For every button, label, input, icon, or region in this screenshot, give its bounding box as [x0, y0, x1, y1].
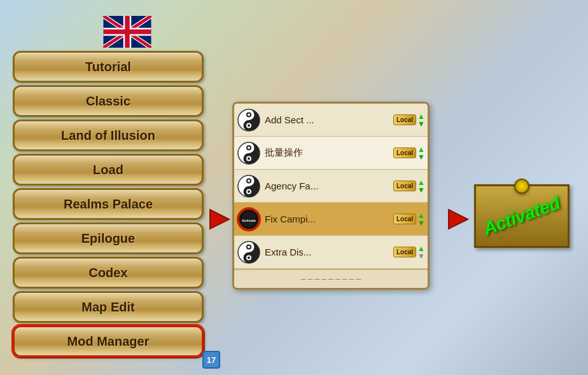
- mod-name-add-sect: Add Sect ...: [265, 114, 393, 125]
- left-arrow: [207, 203, 239, 235]
- menu-item-mod-manager[interactable]: Mod Manager: [13, 325, 204, 357]
- mod-panel-footer: ─ ─ ─ ─ ─ ─ ─ ─ ─: [234, 269, 428, 288]
- menu-item-classic[interactable]: Classic: [13, 85, 204, 117]
- svg-marker-1: [210, 210, 229, 229]
- mod-item-agency-fa[interactable]: Agency Fa... Local ▲ ▼: [234, 170, 428, 203]
- mod-item-bulk-ops[interactable]: 批量操作 Local ▲ ▼: [234, 137, 428, 170]
- mod-name-extra-dis: Extra Dis...: [265, 247, 393, 257]
- svg-point-23: [248, 245, 250, 248]
- mod-item-add-sect[interactable]: Add Sect ... Local ▲ ▼: [234, 104, 428, 137]
- menu-item-load[interactable]: Load: [13, 154, 204, 186]
- mod-name-bulk-ops: 批量操作: [265, 147, 393, 159]
- mod-meta-fix-campi: Local ▲ ▼: [393, 212, 425, 227]
- mod-name-fix-campi: Fix Campi...: [265, 214, 393, 224]
- sort-arrows-1[interactable]: ▲ ▼: [417, 112, 425, 128]
- yinyang-icon-2: [237, 141, 261, 165]
- activated-panel: Activated: [474, 184, 570, 248]
- mod-meta-agency-fa: Local ▲ ▼: [393, 179, 425, 194]
- mod-item-extra-dis[interactable]: Extra Dis... Local ▲ ▼: [234, 236, 428, 269]
- mod-meta-bulk-ops: Local ▲ ▼: [393, 146, 425, 161]
- svg-text:Activate: Activate: [242, 218, 256, 222]
- mod-panel: Add Sect ... Local ▲ ▼: [232, 102, 430, 290]
- menu-item-tutorial[interactable]: Tutorial: [13, 51, 204, 83]
- menu-item-codex[interactable]: Codex: [13, 257, 204, 289]
- svg-marker-25: [449, 210, 468, 229]
- sort-arrows-2[interactable]: ▲ ▼: [417, 146, 425, 161]
- right-arrow: [445, 203, 477, 235]
- activate-icon[interactable]: Activate: [237, 207, 261, 231]
- mod-item-fix-campi[interactable]: Activate Fix Campi... Local ▲ ▼: [234, 203, 428, 236]
- yinyang-icon-3: [237, 174, 261, 198]
- local-badge-5: Local: [393, 247, 416, 257]
- svg-point-11: [248, 157, 250, 160]
- menu-item-map-edit[interactable]: Map Edit: [13, 291, 204, 323]
- sort-arrows-4[interactable]: ▲ ▼: [417, 212, 425, 227]
- footer-text: ─ ─ ─ ─ ─ ─ ─ ─ ─: [301, 275, 361, 283]
- mod-meta-extra-dis: Local ▲ ▼: [393, 245, 425, 260]
- local-badge-1: Local: [393, 114, 416, 125]
- svg-point-15: [248, 179, 250, 182]
- yinyang-icon-1: [237, 108, 261, 132]
- mod-name-agency-fa: Agency Fa...: [265, 181, 393, 191]
- svg-point-5: [248, 113, 250, 116]
- svg-point-16: [248, 190, 250, 193]
- mod-list: Add Sect ... Local ▲ ▼: [234, 104, 428, 269]
- yinyang-icon-5: [237, 240, 261, 264]
- svg-point-10: [248, 146, 250, 149]
- main-menu: Tutorial Classic Land of Illusion Load R…: [13, 51, 204, 357]
- menu-item-realms-palace[interactable]: Realms Palace: [13, 188, 204, 220]
- menu-item-epilogue[interactable]: Epilogue: [13, 222, 204, 254]
- gold-circle: [514, 179, 529, 194]
- svg-point-6: [248, 124, 250, 126]
- mod-meta-add-sect: Local ▲ ▼: [393, 112, 425, 128]
- menu-item-land-of-illusion[interactable]: Land of Illusion: [13, 119, 204, 151]
- local-badge-4: Local: [393, 214, 416, 224]
- local-badge-2: Local: [393, 147, 416, 158]
- uk-flag[interactable]: [102, 16, 153, 48]
- number-badge: 17: [202, 351, 220, 369]
- sort-arrows-3[interactable]: ▲ ▼: [417, 179, 425, 194]
- svg-point-24: [248, 256, 250, 259]
- sort-arrows-5[interactable]: ▲ ▼: [417, 245, 425, 260]
- activated-label: Activated: [480, 193, 563, 239]
- local-badge-3: Local: [393, 181, 416, 191]
